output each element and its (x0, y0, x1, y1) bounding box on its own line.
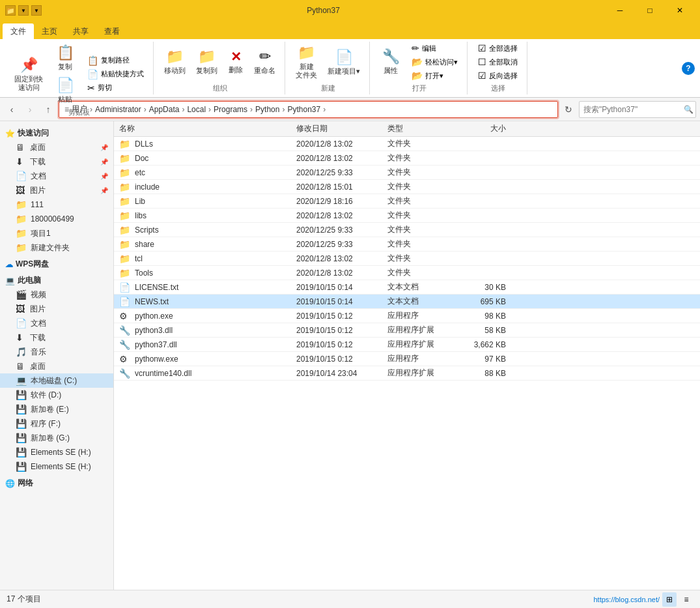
easy-access-button[interactable]: 📂 轻松访问▾ (408, 55, 462, 68)
tab-share[interactable]: 共享 (65, 23, 96, 39)
sidebar-item-downloads[interactable]: ⬇ 下载 📌 (0, 154, 113, 169)
table-row[interactable]: 📁 Tools 2020/12/8 13:02 文件夹 (114, 266, 700, 280)
copy-to-icon: 📁 (198, 48, 216, 65)
sidebar-item-1800006499[interactable]: 📁 1800006499 (0, 212, 113, 226)
view-icons-button[interactable]: ⊞ (662, 592, 677, 607)
table-row[interactable]: 📁 Scripts 2020/12/25 9:33 文件夹 (114, 223, 700, 237)
file-name: 🔧 python3.dll (114, 325, 296, 336)
sidebar-item-dl2[interactable]: ⬇ 下载 (0, 330, 113, 345)
table-row[interactable]: 📁 DLLs 2020/12/8 13:02 文件夹 (114, 137, 700, 151)
file-name: 📁 DLLs (114, 139, 296, 149)
table-row[interactable]: 📁 libs 2020/12/8 13:02 文件夹 (114, 209, 700, 223)
sidebar-item-f-drive[interactable]: 💾 程序 (F:) (0, 416, 113, 431)
sidebar-item-new-folder[interactable]: 📁 新建文件夹 (0, 240, 113, 255)
table-row[interactable]: 📁 Doc 2020/12/8 13:02 文件夹 (114, 151, 700, 166)
view-list-button[interactable]: ≡ (679, 592, 693, 607)
new-label: 新建 (321, 82, 335, 94)
path-item-6[interactable]: Python37 (286, 105, 322, 114)
sidebar-item-e-drive[interactable]: 💾 新加卷 (E:) (0, 402, 113, 416)
sidebar-item-111[interactable]: 📁 111 (0, 197, 113, 212)
help-button[interactable]: ? (682, 62, 695, 75)
path-item-5[interactable]: Python (254, 105, 281, 114)
file-name: 📁 Tools (114, 268, 296, 278)
wps-cloud-item[interactable]: ☁ WPS网盘 (0, 255, 113, 271)
table-row[interactable]: 📄 LICENSE.txt 2019/10/15 0:14 文本文档 30 KB (114, 280, 700, 295)
sidebar-item-project1[interactable]: 📁 项目1 (0, 226, 113, 240)
file-date: 2019/10/14 23:04 (296, 369, 387, 378)
tab-home[interactable]: 主页 (34, 23, 65, 39)
copy-to-button[interactable]: 📁 复制到 (192, 46, 221, 78)
col-header-type[interactable]: 类型 (387, 123, 459, 134)
g-drive-icon: 💾 (16, 433, 27, 443)
table-row[interactable]: 🔧 python3.dll 2019/10/15 0:12 应用程序扩展 58 … (114, 323, 700, 338)
new-folder-button[interactable]: 📁 新建文件夹 (292, 42, 321, 82)
table-row[interactable]: 📄 NEWS.txt 2019/10/15 0:14 文本文档 695 KB (114, 295, 700, 309)
search-box[interactable]: 🔍 (579, 101, 696, 118)
select-all-button[interactable]: ☑ 全部选择 (474, 42, 522, 55)
maximize-button[interactable]: □ (635, 0, 665, 21)
file-name: ⚙ pythonw.exe (114, 354, 296, 364)
table-row[interactable]: 📁 etc 2020/12/25 9:33 文件夹 (114, 166, 700, 180)
paste-shortcut-button[interactable]: 📄 粘贴快捷方式 (83, 68, 148, 81)
copy-icon: 📋 (57, 44, 74, 61)
sidebar-item-music[interactable]: 🎵 音乐 (0, 345, 113, 359)
table-row[interactable]: 📁 include 2020/12/8 15:01 文件夹 (114, 180, 700, 194)
sidebar-item-documents[interactable]: 📄 文档 📌 (0, 169, 113, 183)
minimize-button[interactable]: ─ (605, 0, 635, 21)
tab-file[interactable]: 文件 (3, 23, 34, 39)
table-row[interactable]: 🔧 python37.dll 2019/10/15 0:12 应用程序扩展 3,… (114, 338, 700, 352)
path-item-3[interactable]: Local (186, 105, 207, 114)
pin-to-quickaccess-button[interactable]: 📌 固定到快速访问 (10, 54, 47, 94)
select-none-button[interactable]: ☐ 全部取消 (474, 55, 522, 68)
e-drive-icon: 💾 (16, 404, 27, 414)
sidebar-item-videos[interactable]: 🎬 视频 (0, 287, 113, 302)
move-to-button[interactable]: 📁 移动到 (160, 46, 189, 78)
path-item-4[interactable]: Programs (212, 105, 249, 114)
select-none-icon: ☐ (478, 57, 486, 67)
table-row[interactable]: 🔧 vcruntime140.dll 2019/10/14 23:04 应用程序… (114, 366, 700, 381)
network-item[interactable]: 🌐 网络 (0, 474, 113, 490)
pictures2-icon: 🖼 (16, 304, 26, 314)
pictures-icon: 🖼 (16, 185, 26, 195)
sidebar-item-pictures[interactable]: 🖼 图片 📌 (0, 183, 113, 197)
ribbon-group-open: 🔧 属性 ✏ 编辑 📂 轻松访问▾ 📂 打开▾ 打开 (371, 42, 468, 94)
this-pc-title[interactable]: 💻 此电脑 (0, 271, 113, 287)
sidebar-item-docs2[interactable]: 📄 文档 (0, 316, 113, 330)
new-item-button[interactable]: 📄 新建项目▾ (324, 46, 364, 78)
properties-button[interactable]: 🔧 属性 (376, 46, 405, 78)
sidebar-item-g-drive[interactable]: 💾 新加卷 (G:) (0, 431, 113, 445)
rename-button[interactable]: ✏ 重命名 (250, 46, 279, 78)
new-item-icon: 📄 (335, 49, 353, 66)
copy-button[interactable]: 📋 复制 (49, 42, 81, 74)
open-btn[interactable]: 📂 打开▾ (408, 69, 462, 82)
delete-button[interactable]: ✕ 删除 (224, 46, 247, 77)
sidebar-item-desktop[interactable]: 🖥 桌面 📌 (0, 140, 113, 154)
table-row[interactable]: 📁 Lib 2020/12/9 18:16 文件夹 (114, 194, 700, 209)
paste-button[interactable]: 📄 粘贴 (49, 74, 81, 106)
search-input[interactable] (583, 105, 681, 114)
sidebar-item-c-drive[interactable]: 💻 本地磁盘 (C:) (0, 373, 113, 388)
table-row[interactable]: 📁 tcl 2020/12/8 13:02 文件夹 (114, 252, 700, 266)
col-header-date[interactable]: 修改日期 (296, 123, 387, 134)
table-row[interactable]: ⚙ pythonw.exe 2019/10/15 0:12 应用程序 97 KB (114, 352, 700, 366)
sidebar-item-h-drive2[interactable]: 💾 Elements SE (H:) (0, 459, 113, 474)
tab-view[interactable]: 查看 (96, 23, 128, 39)
col-header-name[interactable]: 名称 (114, 123, 296, 134)
invert-select-button[interactable]: ☑ 反向选择 (474, 69, 522, 82)
sidebar-item-desktop2[interactable]: 🖥 桌面 (0, 359, 113, 373)
move-icon: 📁 (166, 48, 184, 65)
refresh-button[interactable]: ↻ (561, 102, 576, 117)
sidebar-item-pictures2[interactable]: 🖼 图片 (0, 302, 113, 316)
sidebar-item-d-drive[interactable]: 💾 软件 (D:) (0, 388, 113, 402)
copy-path-button[interactable]: 📋 复制路径 (83, 54, 148, 67)
table-row[interactable]: ⚙ python.exe 2019/10/15 0:12 应用程序 98 KB (114, 309, 700, 323)
table-row[interactable]: 📁 share 2020/12/25 9:33 文件夹 (114, 237, 700, 252)
close-button[interactable]: ✕ (665, 0, 695, 21)
edit-button[interactable]: ✏ 编辑 (408, 42, 462, 55)
sidebar-item-h-drive1[interactable]: 💾 Elements SE (H:) (0, 445, 113, 459)
col-header-size[interactable]: 大小 (459, 123, 511, 134)
cut-button[interactable]: ✂ 剪切 (83, 81, 148, 94)
folder-icon4: 📁 (16, 242, 27, 253)
path-item-2[interactable]: AppData (148, 105, 181, 114)
open-label: 打开 (412, 82, 427, 94)
